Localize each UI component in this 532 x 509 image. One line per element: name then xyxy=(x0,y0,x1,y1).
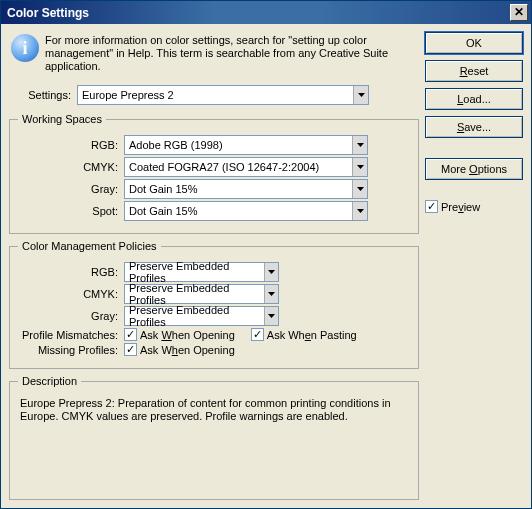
pol-cmyk-label: CMYK: xyxy=(18,288,118,300)
missing-opening-check[interactable]: Ask When Opening xyxy=(124,343,235,356)
description-legend: Description xyxy=(18,375,81,387)
working-spaces-legend: Working Spaces xyxy=(18,113,106,125)
titlebar: Color Settings ✕ xyxy=(1,1,531,24)
more-options-button[interactable]: More Options xyxy=(425,158,523,180)
missing-opening-label: Ask When Opening xyxy=(140,344,235,356)
color-settings-dialog: Color Settings ✕ i For more information … xyxy=(0,0,532,509)
mismatch-pasting-label: Ask When Pasting xyxy=(267,329,357,341)
svg-marker-3 xyxy=(357,187,364,191)
description-text: Europe Prepress 2: Preparation of conten… xyxy=(18,395,410,425)
chevron-down-icon xyxy=(352,136,367,154)
chevron-down-icon xyxy=(352,158,367,176)
chevron-down-icon xyxy=(264,285,278,303)
mismatch-label: Profile Mismatches: xyxy=(18,329,118,341)
svg-marker-2 xyxy=(357,165,364,169)
chevron-down-icon xyxy=(264,263,278,281)
chevron-down-icon xyxy=(264,307,278,325)
settings-label: Settings: xyxy=(9,89,71,101)
pol-cmyk-select[interactable]: Preserve Embedded Profiles xyxy=(124,284,279,304)
ok-button[interactable]: OK xyxy=(425,32,523,54)
svg-marker-5 xyxy=(268,270,275,274)
svg-marker-0 xyxy=(358,93,365,97)
pol-rgb-label: RGB: xyxy=(18,266,118,278)
working-spaces-group: Working Spaces RGB: Adobe RGB (1998) CMY… xyxy=(9,113,419,234)
mismatch-pasting-check[interactable]: Ask When Pasting xyxy=(251,328,357,341)
pol-gray-select[interactable]: Preserve Embedded Profiles xyxy=(124,306,279,326)
preview-label: Preview xyxy=(441,201,480,213)
chevron-down-icon xyxy=(352,202,367,220)
ws-cmyk-label: CMYK: xyxy=(18,161,118,173)
svg-marker-6 xyxy=(268,292,275,296)
chevron-down-icon xyxy=(353,86,368,104)
save-button[interactable]: Save... xyxy=(425,116,523,138)
svg-marker-4 xyxy=(357,209,364,213)
preview-check[interactable]: Preview xyxy=(425,200,513,213)
reset-button[interactable]: Reset xyxy=(425,60,523,82)
policies-group: Color Management Policies RGB: Preserve … xyxy=(9,240,419,369)
ws-gray-select[interactable]: Dot Gain 15% xyxy=(124,179,368,199)
ws-spot-select[interactable]: Dot Gain 15% xyxy=(124,201,368,221)
ws-spot-label: Spot: xyxy=(18,205,118,217)
mismatch-opening-check[interactable]: Ask When Opening xyxy=(124,328,235,341)
ws-rgb-select[interactable]: Adobe RGB (1998) xyxy=(124,135,368,155)
load-button[interactable]: Load... xyxy=(425,88,523,110)
description-group: Description Europe Prepress 2: Preparati… xyxy=(9,375,419,500)
info-icon: i xyxy=(11,34,39,62)
window-title: Color Settings xyxy=(7,6,510,20)
ws-gray-label: Gray: xyxy=(18,183,118,195)
svg-marker-1 xyxy=(357,143,364,147)
svg-marker-7 xyxy=(268,314,275,318)
info-text: For more information on color settings, … xyxy=(45,34,417,73)
mismatch-opening-label: Ask When Opening xyxy=(140,329,235,341)
pol-rgb-select[interactable]: Preserve Embedded Profiles xyxy=(124,262,279,282)
settings-select[interactable]: Europe Prepress 2 xyxy=(77,85,369,105)
pol-gray-label: Gray: xyxy=(18,310,118,322)
settings-value: Europe Prepress 2 xyxy=(82,89,174,101)
close-button[interactable]: ✕ xyxy=(510,4,528,21)
policies-legend: Color Management Policies xyxy=(18,240,161,252)
missing-label: Missing Profiles: xyxy=(18,344,118,356)
ws-rgb-label: RGB: xyxy=(18,139,118,151)
ws-cmyk-select[interactable]: Coated FOGRA27 (ISO 12647-2:2004) xyxy=(124,157,368,177)
chevron-down-icon xyxy=(352,180,367,198)
